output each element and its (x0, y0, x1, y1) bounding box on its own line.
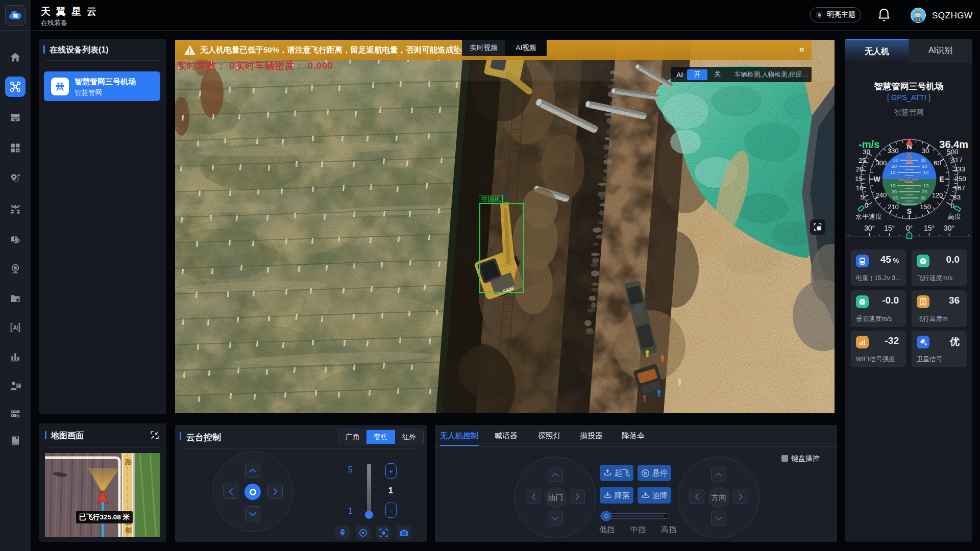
svg-text:0°: 0° (906, 224, 913, 232)
svg-text:15: 15 (855, 175, 863, 183)
svg-text:都: 都 (125, 527, 132, 534)
svg-text:30: 30 (920, 157, 926, 163)
svg-text:0: 0 (865, 202, 869, 209)
svg-text:10: 10 (890, 169, 896, 175)
svg-text:30: 30 (922, 147, 929, 155)
svg-text:120: 120 (932, 191, 943, 199)
svg-text:240: 240 (876, 191, 887, 199)
svg-text:83: 83 (953, 193, 961, 201)
svg-text:W: W (873, 175, 880, 183)
svg-text:210: 210 (888, 203, 899, 211)
svg-text:10: 10 (923, 183, 929, 188)
svg-text:500: 500 (947, 148, 959, 156)
svg-text:15°: 15° (884, 224, 895, 232)
svg-text:167: 167 (954, 184, 966, 192)
svg-text:30: 30 (893, 195, 898, 201)
svg-text:S: S (907, 207, 912, 215)
svg-text:30: 30 (920, 195, 926, 201)
svg-text:330: 330 (888, 147, 899, 155)
svg-text:333: 333 (954, 165, 966, 173)
svg-text:20: 20 (922, 189, 927, 194)
svg-text:300: 300 (876, 159, 887, 167)
svg-text:30: 30 (893, 157, 898, 163)
svg-text:250: 250 (954, 175, 966, 183)
svg-text:30°: 30° (864, 224, 875, 232)
svg-text:20: 20 (892, 163, 897, 169)
svg-text:60: 60 (934, 159, 941, 167)
svg-text:路: 路 (125, 458, 132, 466)
svg-text:E: E (939, 175, 944, 183)
svg-text:417: 417 (951, 156, 963, 164)
svg-text:10: 10 (890, 183, 896, 188)
svg-text:15°: 15° (924, 224, 935, 232)
svg-text:5: 5 (861, 193, 865, 201)
svg-text:0: 0 (951, 202, 955, 210)
svg-text:20: 20 (892, 189, 897, 194)
svg-text:30: 30 (863, 148, 870, 156)
svg-text:20: 20 (856, 165, 864, 173)
svg-text:30°: 30° (944, 224, 954, 232)
svg-text:150: 150 (920, 203, 931, 211)
svg-text:25: 25 (859, 157, 866, 164)
svg-text:10: 10 (856, 184, 864, 192)
svg-text:20: 20 (922, 163, 927, 169)
svg-text:10: 10 (923, 169, 929, 175)
